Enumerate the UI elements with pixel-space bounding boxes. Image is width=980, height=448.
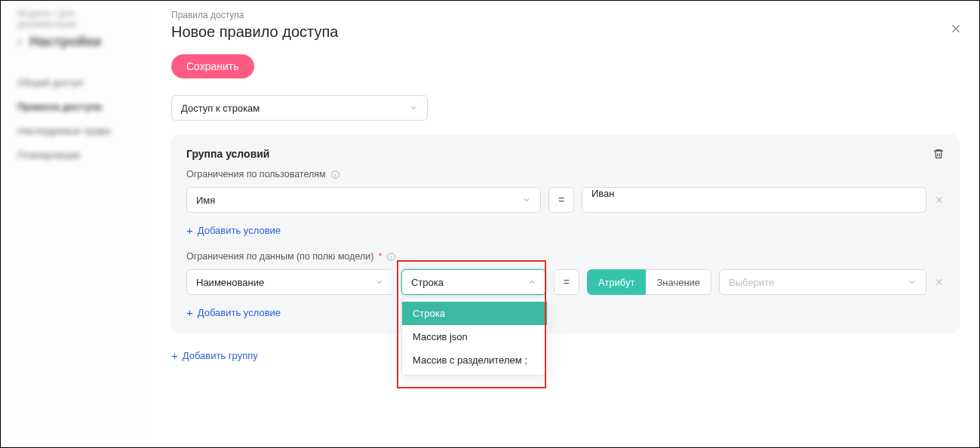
add-group-label: Добавить группу	[183, 350, 258, 361]
type-option[interactable]: Массив json	[402, 325, 547, 348]
chevron-down-icon	[522, 195, 531, 204]
bg-nav-item: Планировщик	[17, 143, 135, 167]
add-user-condition-button[interactable]: + Добавить условие	[186, 225, 281, 236]
remove-condition-icon[interactable]	[934, 277, 945, 287]
access-type-value: Доступ к строкам	[181, 103, 260, 114]
condition-group: Группа условий Ограничения по пользовате…	[171, 134, 960, 333]
close-icon[interactable]	[949, 22, 963, 35]
chevron-down-icon	[908, 278, 917, 287]
chevron-down-icon	[375, 278, 384, 287]
chevron-up-icon	[527, 278, 536, 287]
modal-panel: Правила доступа Новое правило доступа Со…	[152, 1, 979, 447]
type-dropdown: Строка Массив json Массив с разделителем…	[401, 298, 548, 376]
bg-nav-item: Наследуемые права	[17, 119, 135, 143]
access-type-select[interactable]: Доступ к строкам	[171, 95, 428, 121]
trash-icon[interactable]	[932, 148, 945, 160]
remove-condition-icon[interactable]	[934, 195, 945, 205]
bg-nav: Общий доступ Правила доступа Наследуемые…	[17, 71, 135, 167]
plus-icon: +	[186, 225, 193, 236]
bg-nav-item: Правила доступа	[17, 95, 135, 119]
value-mode-toggle: Атрибут Значение	[587, 269, 711, 295]
group-title: Группа условий	[186, 148, 269, 160]
save-button[interactable]: Сохранить	[171, 54, 254, 78]
add-group-button[interactable]: + Добавить группу	[171, 350, 258, 361]
required-asterisk: *	[378, 251, 382, 262]
bg-breadcrumb: Модели • Для документации	[17, 8, 135, 29]
info-icon	[330, 170, 340, 180]
add-data-condition-button[interactable]: + Добавить условие	[186, 307, 281, 318]
attribute-select-placeholder: Выберите	[729, 277, 774, 288]
info-icon	[386, 252, 396, 262]
operator-box[interactable]: =	[548, 187, 574, 213]
data-field-select[interactable]: Наименование	[186, 269, 394, 295]
type-option[interactable]: Строка	[402, 302, 547, 325]
type-select-wrapper: Строка Строка Массив json Массив с разде…	[401, 269, 546, 295]
data-condition-row: Наименование Строка Строка Массив json М…	[186, 269, 945, 295]
background-sidebar: Модели • Для документации ‹Настройки Общ…	[1, 1, 152, 447]
data-field-value: Наименование	[196, 277, 264, 288]
page-title: Новое правило доступа	[171, 23, 960, 41]
attribute-select[interactable]: Выберите	[719, 269, 926, 295]
user-value-input[interactable]: Иван	[582, 187, 926, 213]
type-select[interactable]: Строка	[401, 269, 546, 295]
type-select-value: Строка	[411, 277, 444, 288]
add-condition-label: Добавить условие	[198, 307, 281, 318]
operator-box[interactable]: =	[554, 269, 579, 295]
user-restrictions-label: Ограничения по пользователям	[186, 169, 326, 180]
segment-attribute[interactable]: Атрибут	[587, 269, 646, 295]
panel-breadcrumb: Правила доступа	[171, 10, 960, 20]
plus-icon: +	[171, 350, 178, 361]
add-condition-label: Добавить условие	[198, 225, 281, 236]
segment-value[interactable]: Значение	[646, 269, 711, 295]
data-restrictions-label: Ограничения по данным (по полю модели)	[186, 251, 373, 262]
user-condition-row: Имя = Иван	[186, 187, 945, 213]
chevron-down-icon	[409, 103, 418, 112]
plus-icon: +	[186, 307, 193, 318]
type-option[interactable]: Массив с разделителем ;	[402, 348, 547, 372]
user-field-select[interactable]: Имя	[186, 187, 541, 213]
user-field-value: Имя	[196, 195, 215, 206]
bg-nav-item: Общий доступ	[17, 71, 135, 95]
bg-title: ‹Настройки	[17, 34, 135, 50]
